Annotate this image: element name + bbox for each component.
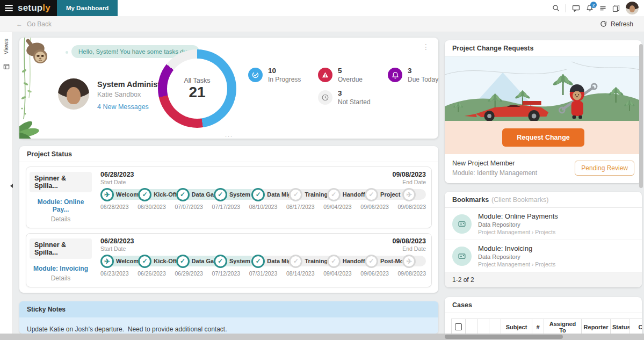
race-car-sloth-illustration	[445, 56, 642, 121]
milestone-label: System B...	[229, 191, 251, 198]
change-requests-panel: Project Change Requests	[445, 40, 642, 183]
milestone[interactable]: ✈	[402, 187, 426, 202]
milestone[interactable]: ✓ Handoff	[327, 187, 365, 202]
task-stat: 10 In Progress	[248, 67, 318, 83]
cases-column-header[interactable]: Reporter	[582, 319, 611, 334]
dashboard-screen: setuply My Dashboard 2 ← Go Back Refresh	[0, 0, 644, 340]
milestone[interactable]: ✓ Training	[289, 254, 327, 269]
change-request-title[interactable]: New Project Member	[452, 160, 537, 167]
details-link[interactable]: Details	[51, 274, 71, 282]
sticky-note[interactable]: Update Katie on Josh's departure. Need t…	[27, 325, 431, 333]
milestone-label: Welcome	[116, 191, 138, 198]
select-all-checkbox[interactable]	[455, 323, 462, 330]
welcome-card: Hello, System! You have some tasks due. …	[19, 38, 438, 139]
milestone[interactable]: ✓ Project W...	[365, 187, 402, 202]
bell-icon	[388, 68, 402, 82]
start-date-label: Start Date	[100, 245, 134, 252]
app-logo[interactable]: setuply	[18, 3, 50, 13]
milestone[interactable]: ✓ Kick-Off	[138, 254, 176, 269]
milestone[interactable]: ✓ Post-Mor...	[365, 254, 402, 269]
copy-windows-icon[interactable]	[612, 4, 620, 12]
notifications-bell-icon[interactable]: 2	[586, 4, 594, 12]
milestone-status-icon: ✓	[365, 188, 378, 201]
milestone-status-icon: ✓	[138, 188, 151, 201]
milestone-date: 09/06/2023	[360, 270, 397, 277]
cases-panel: Cases Subject#Assigned ToReporterStatusC	[445, 297, 642, 334]
milestone-date: 08/17/2023	[286, 204, 323, 210]
milestone-label: Project W...	[380, 191, 402, 198]
milestone[interactable]: ✓ Data Gat...	[176, 187, 214, 202]
refresh-icon	[600, 20, 607, 27]
milestone-row: ✈ Welcome ✓ Kick-Off ✓ Data Gat... ✓ Sys…	[100, 187, 426, 202]
profile-avatar[interactable]	[58, 78, 89, 110]
chat-icon[interactable]	[572, 4, 580, 12]
stat-value: 3	[338, 89, 371, 97]
milestone-status-icon: ✈	[100, 255, 114, 268]
module-link[interactable]: Module: Online Pay...	[30, 198, 92, 213]
milestone-label: Kick-Off	[154, 258, 176, 264]
module-link[interactable]: Module: Invoicing	[33, 265, 88, 272]
milestone-date: 09/06/2023	[360, 204, 397, 210]
milestone[interactable]: ✓ Data Gat...	[176, 254, 214, 269]
horizontal-scrollbar-thumb[interactable]	[445, 335, 563, 339]
milestone[interactable]: ✓ Data Mig...	[251, 187, 289, 202]
card-menu-icon[interactable]: ⋮	[422, 43, 430, 50]
tab-my-dashboard[interactable]: My Dashboard	[57, 0, 118, 16]
milestone[interactable]: ✓ System B...	[214, 254, 251, 269]
milestone-dates: 06/23/202306/26/202306/29/202307/12/2023…	[100, 270, 426, 277]
search-icon[interactable]	[552, 4, 560, 12]
stat-label: Overdue	[338, 76, 363, 83]
milestone-date: 09/04/2023	[323, 270, 360, 277]
milestone-status-icon: ✈	[402, 188, 416, 201]
go-back-button[interactable]: ← Go Back	[16, 20, 52, 28]
milestone[interactable]: ✓ Data Mig...	[251, 254, 289, 269]
cases-column-header[interactable]: C	[630, 319, 642, 334]
milestone-label: Welcome	[116, 258, 138, 264]
main-content: Hello, System! You have some tasks due. …	[13, 32, 438, 334]
cases-column-header[interactable]: #	[532, 319, 544, 334]
milestone[interactable]: ✓ Handoff	[327, 254, 365, 269]
all-tasks-donut-chart: All Tasks 21	[158, 49, 236, 128]
client-name[interactable]: Spinner & Spilla...	[30, 172, 92, 192]
horizontal-scrollbar[interactable]	[0, 334, 644, 340]
stat-value: 3	[408, 67, 438, 75]
milestone-status-icon: ✓	[214, 255, 227, 268]
user-avatar[interactable]	[626, 2, 639, 15]
rail-collapse-handle[interactable]	[10, 184, 13, 188]
sticky-notes-body[interactable]: Update Katie on Josh's departure. Need t…	[19, 317, 438, 334]
vertical-scrollbar-thumb[interactable]	[639, 44, 643, 188]
milestone-status-icon: ✈	[402, 255, 416, 268]
cases-column-header[interactable]: Status	[611, 319, 630, 334]
milestone[interactable]: ✓ Training	[289, 187, 327, 202]
milestone[interactable]: ✓ System B...	[214, 187, 251, 202]
refresh-button[interactable]: Refresh	[600, 20, 633, 28]
milestone[interactable]: ✈ Welcome	[100, 187, 138, 202]
milestone-date: 07/31/2023	[249, 270, 286, 277]
client-name[interactable]: Spinner & Spilla...	[30, 238, 92, 259]
pending-review-badge[interactable]: Pending Review	[575, 161, 634, 176]
views-panel-icon[interactable]	[3, 62, 10, 72]
milestone[interactable]: ✈ Welcome	[100, 254, 138, 269]
details-link[interactable]: Details	[51, 215, 71, 223]
request-change-button[interactable]: Request Change	[502, 128, 584, 147]
milestone-label: Data Mig...	[267, 258, 289, 264]
cases-column-header[interactable]: Subject	[501, 319, 532, 334]
milestone-label: Training	[305, 191, 327, 198]
milestone-label: System B...	[229, 258, 251, 264]
sticky-notes-title: Sticky Notes	[19, 301, 438, 317]
bookmark-card-icon	[452, 247, 472, 266]
list-icon[interactable]	[599, 5, 606, 12]
cases-column-header[interactable]: Assigned To	[544, 319, 582, 334]
bookmark-item[interactable]: Module: Online Payments Data Repository …	[445, 208, 642, 240]
bookmark-line1: Data Repository	[478, 221, 558, 228]
views-rail-label[interactable]: Views	[3, 39, 9, 54]
milestone-label: Post-Mor...	[380, 258, 402, 264]
task-stat: 5 Overdue	[318, 67, 388, 83]
bookmark-item[interactable]: Module: Invoicing Data Repository Projec…	[445, 240, 642, 272]
milestone[interactable]: ✓ Kick-Off	[138, 187, 176, 202]
milestone-date: 06/23/2023	[100, 270, 138, 277]
milestone[interactable]: ✈	[402, 254, 426, 269]
donut-center-label: All Tasks	[184, 77, 210, 84]
milestone-status-icon: ✈	[100, 188, 114, 201]
hamburger-menu-icon[interactable]	[5, 5, 13, 11]
